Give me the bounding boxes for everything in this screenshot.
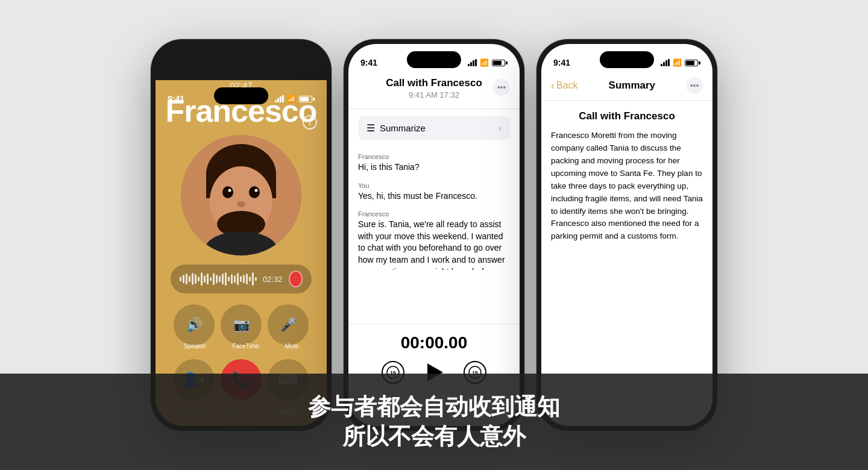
mute-label: Mute — [285, 343, 298, 349]
summarize-label: Summarize — [380, 123, 426, 133]
mute-button[interactable]: 🎤 — [268, 304, 309, 345]
waveform-time: 02:32 — [263, 275, 283, 284]
svg-point-4 — [222, 186, 233, 198]
facetime-label: FaceTime — [232, 343, 259, 349]
phone3-summary: 9:41 📶 — [541, 44, 712, 426]
record-button[interactable] — [289, 271, 303, 287]
summarize-icon: ☰ — [366, 122, 375, 134]
dynamic-island-1 — [214, 87, 268, 104]
summary-content: Call with Francesco Francesco Moretti fr… — [541, 101, 712, 252]
subtitle-line-2: 所以不会有人意外 — [342, 422, 526, 451]
signal-bar-4 — [282, 95, 284, 102]
transcript-more-button[interactable]: ••• — [493, 79, 510, 96]
status-time-3: 9:41 — [553, 58, 570, 67]
phone2-transcript: 9:41 📶 — [348, 44, 520, 426]
battery-icon-2 — [492, 60, 508, 66]
dynamic-island-3 — [600, 51, 654, 68]
signal-icon-3 — [661, 59, 670, 66]
subtitle-line-1: 参与者都会自动收到通知 — [308, 392, 560, 422]
svg-point-6 — [228, 189, 231, 192]
battery-icon-1 — [299, 96, 315, 102]
phone-3-screen: 9:41 📶 — [541, 44, 712, 426]
msg-sender-3: Francesco — [358, 210, 510, 218]
speaker-icon: 🔊 — [186, 317, 203, 333]
dynamic-island-2 — [407, 51, 461, 68]
call-controls: 🔊 📷 🎤 — [171, 304, 312, 345]
transcript-subtitle: 9:41 AM 17:32 — [360, 90, 508, 99]
signal-bar-1 — [275, 100, 277, 102]
avatar-container — [156, 135, 327, 255]
phone-1: 9:41 📶 — [151, 39, 332, 431]
msg-sender-2: You — [358, 182, 510, 189]
svg-point-7 — [255, 189, 258, 192]
speaker-button[interactable]: 🔊 — [174, 304, 215, 345]
message-2: You Yes, hi, this must be Francesco. — [358, 182, 510, 202]
signal-icon-2 — [468, 59, 477, 66]
facetime-button[interactable]: 📷 — [221, 304, 262, 345]
status-time-2: 9:41 — [360, 58, 377, 67]
battery-icon-3 — [685, 60, 700, 66]
msg-text-1: Hi, is this Tania? — [358, 161, 510, 174]
phone-1-screen: 9:41 📶 — [156, 44, 327, 426]
signal-icon-1 — [275, 95, 284, 102]
waveform-bar: 02:32 — [171, 265, 312, 293]
status-icons-2: 📶 — [468, 58, 508, 67]
signal-bar-2 — [277, 98, 279, 102]
speaker-label: Speaker — [184, 343, 206, 349]
svg-point-5 — [249, 186, 260, 198]
back-button[interactable]: ‹ Back — [551, 80, 578, 92]
waveform-bar-item — [180, 277, 181, 281]
summarize-left: ☰ Summarize — [366, 122, 426, 134]
phone-2-screen: 9:41 📶 — [348, 44, 520, 426]
message-1: Francesco Hi, is this Tania? — [358, 153, 510, 174]
summary-more-button[interactable]: ••• — [686, 77, 703, 94]
msg-sender-1: Francesco — [358, 153, 510, 160]
video-icon: 📷 — [233, 317, 250, 333]
waveform-visual — [180, 272, 257, 286]
subtitle-overlay: 参与者都会自动收到通知 所以不会有人意外 — [0, 374, 868, 470]
mute-icon: 🎤 — [280, 317, 297, 333]
summarize-button[interactable]: ☰ Summarize › — [358, 116, 510, 140]
phone-3: 9:41 📶 — [536, 39, 717, 431]
summary-nav-title: Summary — [609, 80, 655, 92]
svg-point-8 — [237, 201, 245, 207]
wifi-icon-1: 📶 — [287, 95, 296, 103]
caller-avatar — [181, 135, 301, 255]
summarize-chevron-icon: › — [498, 123, 502, 134]
status-icons-3: 📶 — [661, 58, 700, 67]
transcript-title: Call with Francesco — [360, 77, 508, 89]
summary-call-title: Call with Francesco — [551, 110, 703, 122]
msg-text-3: Sure is. Tania, we're all ready to assis… — [358, 219, 510, 270]
wifi-icon-2: 📶 — [480, 58, 489, 67]
summary-text: Francesco Moretti from the moving compan… — [551, 130, 703, 243]
wifi-icon-3: 📶 — [673, 58, 682, 67]
transcript-messages: Francesco Hi, is this Tania? You Yes, hi… — [348, 147, 520, 284]
msg-text-2: Yes, hi, this must be Francesco. — [358, 190, 510, 202]
message-3: Francesco Sure is. Tania, we're all read… — [358, 210, 510, 270]
back-label: Back — [556, 80, 578, 91]
status-icons-1: 📶 — [275, 95, 315, 103]
status-time-1: 9:41 — [168, 94, 184, 104]
info-button[interactable]: i — [303, 115, 317, 130]
memoji-svg — [181, 135, 301, 255]
back-chevron-icon: ‹ — [551, 80, 555, 92]
phone-2: 9:41 📶 — [344, 39, 524, 431]
playback-time: 00:00.00 — [401, 333, 468, 352]
signal-bar-3 — [280, 96, 281, 102]
